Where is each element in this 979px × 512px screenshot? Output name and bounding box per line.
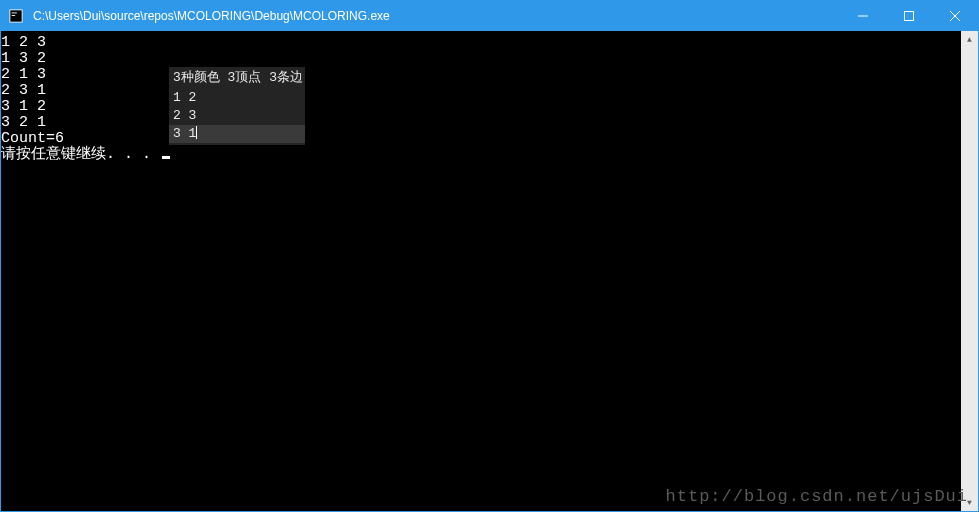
console-line: 2 3 1 <box>1 82 46 99</box>
console-line: 请按任意键继续. . . <box>1 146 160 163</box>
console-output: 1 2 3 1 3 2 2 1 3 2 3 1 3 1 2 3 2 1 Coun… <box>1 35 170 163</box>
console-line: 1 2 3 <box>1 34 46 51</box>
annotation-header: 3种颜色 3顶点 3条边 <box>169 67 305 89</box>
watermark: http://blog.csdn.net/ujsDui <box>666 489 968 505</box>
scroll-up-button[interactable]: ▲ <box>961 31 978 48</box>
text-caret <box>196 126 197 139</box>
maximize-button[interactable] <box>886 1 932 31</box>
window-controls <box>840 1 978 31</box>
console-line: 3 2 1 <box>1 114 46 131</box>
svg-rect-1 <box>12 13 17 14</box>
console-cursor <box>162 156 170 159</box>
console-area[interactable]: 1 2 3 1 3 2 2 1 3 2 3 1 3 1 2 3 2 1 Coun… <box>1 31 978 511</box>
minimize-button[interactable] <box>840 1 886 31</box>
console-line: 3 1 2 <box>1 98 46 115</box>
vertical-scrollbar[interactable]: ▲ ▼ <box>961 31 978 511</box>
console-line: 1 3 2 <box>1 50 46 67</box>
annotation-row: 2 3 <box>169 107 305 125</box>
annotation-box: 3种颜色 3顶点 3条边 1 2 2 3 3 1 <box>169 67 305 145</box>
console-line: 2 1 3 <box>1 66 46 83</box>
app-icon <box>1 1 31 31</box>
annotation-row: 3 1 <box>169 125 305 143</box>
console-line: Count=6 <box>1 130 64 147</box>
close-button[interactable] <box>932 1 978 31</box>
window-title: C:\Users\Dui\source\repos\MCOLORING\Debu… <box>31 9 840 23</box>
svg-rect-4 <box>905 12 914 21</box>
svg-rect-2 <box>12 15 16 16</box>
titlebar[interactable]: C:\Users\Dui\source\repos\MCOLORING\Debu… <box>1 1 978 31</box>
window: C:\Users\Dui\source\repos\MCOLORING\Debu… <box>0 0 979 512</box>
annotation-row: 1 2 <box>169 89 305 107</box>
